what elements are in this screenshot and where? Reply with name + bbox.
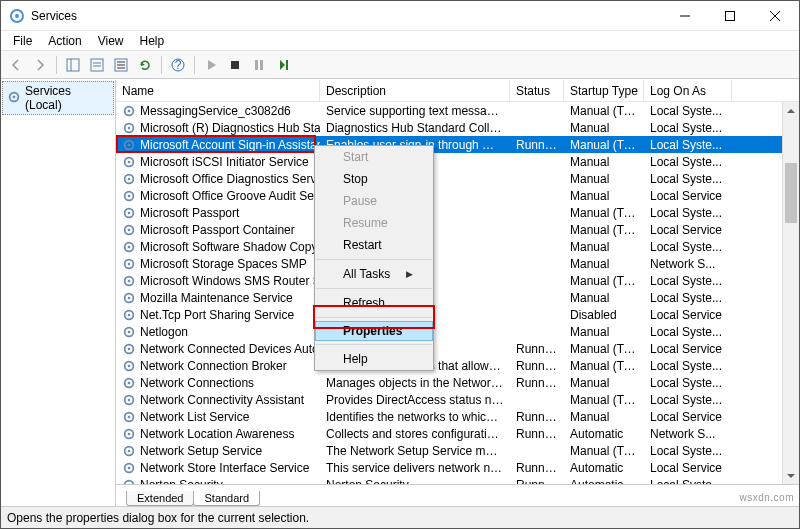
vertical-scrollbar[interactable] <box>782 102 799 484</box>
service-row[interactable]: Net.Tcp Port Sharing Servicee TCP ports … <box>116 306 782 323</box>
svg-rect-17 <box>286 60 288 70</box>
col-logon-as[interactable]: Log On As <box>644 80 732 101</box>
service-desc: Diagnostics Hub Standard Collector ... <box>320 121 510 135</box>
service-logon: Local Syste... <box>644 138 732 152</box>
service-name: Network Location Awareness <box>140 427 295 441</box>
gear-icon <box>122 223 136 237</box>
service-startup: Manual <box>564 155 644 169</box>
close-button[interactable] <box>752 1 797 30</box>
service-row[interactable]: Network Connection BrokerBrokers connect… <box>116 357 782 374</box>
menu-help[interactable]: Help <box>132 33 173 49</box>
tab-extended[interactable]: Extended <box>126 491 194 506</box>
ctx-all-tasks[interactable]: All Tasks▶ <box>315 263 433 285</box>
service-name: Microsoft iSCSI Initiator Service <box>140 155 309 169</box>
svg-point-33 <box>128 211 131 214</box>
view-tabs: Extended Standard <box>116 484 799 506</box>
stop-service-button[interactable] <box>224 54 246 76</box>
service-row[interactable]: Microsoft Account Sign-in AssistantEnabl… <box>116 136 782 153</box>
list-header: Name Description Status Startup Type Log… <box>116 80 799 102</box>
col-startup-type[interactable]: Startup Type <box>564 80 644 101</box>
service-row[interactable]: Microsoft Storage Spaces SMProsoft Stora… <box>116 255 782 272</box>
svg-point-53 <box>128 381 131 384</box>
ctx-restart[interactable]: Restart <box>315 234 433 256</box>
service-row[interactable]: Microsoft (R) Diagnostics Hub Stand...Di… <box>116 119 782 136</box>
properties-button[interactable] <box>86 54 108 76</box>
service-startup: Manual <box>564 121 644 135</box>
pause-service-button <box>248 54 270 76</box>
service-startup: Manual (Trig... <box>564 359 644 373</box>
service-logon: Local Syste... <box>644 240 732 254</box>
svg-point-45 <box>128 313 131 316</box>
refresh-button[interactable] <box>134 54 156 76</box>
menu-view[interactable]: View <box>90 33 132 49</box>
show-hide-tree-button[interactable] <box>62 54 84 76</box>
tab-standard[interactable]: Standard <box>193 491 260 506</box>
service-desc: Manages objects in the Network and... <box>320 376 510 390</box>
service-startup: Automatic <box>564 427 644 441</box>
svg-rect-3 <box>725 11 734 20</box>
service-desc: Collects and stores configuration inf... <box>320 427 510 441</box>
svg-point-49 <box>128 347 131 350</box>
service-logon: Local Syste... <box>644 359 732 373</box>
service-row[interactable]: Network Location AwarenessCollects and s… <box>116 425 782 442</box>
service-name: Microsoft Office Groove Audit Serv <box>140 189 320 203</box>
service-desc: This service delivers network notifica..… <box>320 461 510 475</box>
ctx-help[interactable]: Help <box>315 348 433 370</box>
sidebar-node-services-local[interactable]: Services (Local) <box>2 81 114 115</box>
service-row[interactable]: MessagingService_c3082d6Service supporti… <box>116 102 782 119</box>
ctx-stop[interactable]: Stop <box>315 168 433 190</box>
col-status[interactable]: Status <box>510 80 564 101</box>
service-startup: Manual (Trig... <box>564 206 644 220</box>
ctx-refresh[interactable]: Refresh <box>315 292 433 314</box>
service-startup: Disabled <box>564 308 644 322</box>
service-row[interactable]: Network Connected Devices Auto-vices Aut… <box>116 340 782 357</box>
minimize-button[interactable] <box>662 1 707 30</box>
maximize-button[interactable] <box>707 1 752 30</box>
scroll-thumb[interactable] <box>785 163 797 223</box>
svg-rect-14 <box>231 61 239 69</box>
service-row[interactable]: Microsoft Office Groove Audit ServManual… <box>116 187 782 204</box>
scroll-up-button[interactable] <box>783 102 799 119</box>
menu-file[interactable]: File <box>5 33 40 49</box>
service-row[interactable]: Netlogonnnel between ...ManualLocal Syst… <box>116 323 782 340</box>
service-name: Microsoft Storage Spaces SMP <box>140 257 307 271</box>
service-row[interactable]: Mozilla Maintenance Servicece Service en… <box>116 289 782 306</box>
gear-icon <box>122 342 136 356</box>
ctx-resume: Resume <box>315 212 433 234</box>
scroll-down-button[interactable] <box>783 467 799 484</box>
ctx-pause: Pause <box>315 190 433 212</box>
service-startup: Manual <box>564 257 644 271</box>
service-row[interactable]: Microsoft Office Diagnostics Servicsoft … <box>116 170 782 187</box>
service-row[interactable]: Microsoft Windows SMS Router Serd on rul… <box>116 272 782 289</box>
service-row[interactable]: Network Connectivity AssistantProvides D… <box>116 391 782 408</box>
service-list[interactable]: MessagingService_c3082d6Service supporti… <box>116 102 782 484</box>
col-description[interactable]: Description <box>320 80 510 101</box>
service-row[interactable]: Norton SecurityNorton SecurityRunningAut… <box>116 476 782 484</box>
ctx-properties[interactable]: Properties <box>315 321 433 341</box>
gear-icon <box>122 325 136 339</box>
menu-action[interactable]: Action <box>40 33 89 49</box>
service-startup: Automatic <box>564 478 644 485</box>
service-row[interactable]: Microsoft Passport Containerntity keys u… <box>116 221 782 238</box>
svg-point-47 <box>128 330 131 333</box>
service-row[interactable]: Network Setup ServiceThe Network Setup S… <box>116 442 782 459</box>
service-row[interactable]: Network ConnectionsManages objects in th… <box>116 374 782 391</box>
help-button[interactable]: ? <box>167 54 189 76</box>
col-name[interactable]: Name <box>116 80 320 101</box>
sidebar-node-label: Services (Local) <box>25 84 109 112</box>
svg-rect-15 <box>255 60 258 70</box>
service-startup: Manual (Trig... <box>564 393 644 407</box>
service-row[interactable]: Network Store Interface ServiceThis serv… <box>116 459 782 476</box>
service-row[interactable]: Microsoft Passporton for crypto...Manual… <box>116 204 782 221</box>
service-startup: Manual <box>564 240 644 254</box>
service-desc: Provides DirectAccess status notifica... <box>320 393 510 407</box>
statusbar: Opens the properties dialog box for the … <box>1 506 799 528</box>
restart-service-button[interactable] <box>272 54 294 76</box>
service-row[interactable]: Microsoft Software Shadow Copy Ped volum… <box>116 238 782 255</box>
service-logon: Local Syste... <box>644 393 732 407</box>
export-list-button[interactable] <box>110 54 132 76</box>
service-logon: Network S... <box>644 257 732 271</box>
svg-point-19 <box>13 95 16 98</box>
service-row[interactable]: Network List ServiceIdentifies the netwo… <box>116 408 782 425</box>
service-row[interactable]: Microsoft iSCSI Initiator Service(iSCSI)… <box>116 153 782 170</box>
